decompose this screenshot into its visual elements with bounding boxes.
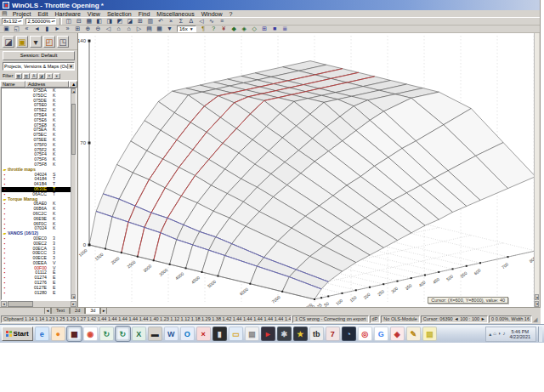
frame-right-icon[interactable]: ◨ (105, 18, 114, 26)
open-project-drop-icon[interactable]: ▾ (30, 36, 42, 48)
taskbar-player-icon[interactable]: ► (261, 327, 275, 341)
tray-icon-1[interactable]: ⌂ (493, 331, 496, 337)
hex-view-icon[interactable]: ▥ (145, 18, 155, 26)
checksum-icon[interactable]: ¥ (219, 26, 229, 33)
taskbar-word-icon[interactable]: W (164, 327, 178, 341)
map-size-spinner[interactable]: 8x132 ▴▾ (2, 18, 23, 25)
taskbar-sync-icon[interactable]: ↻ (99, 327, 114, 341)
bars-mode-icon[interactable]: ≣ (280, 26, 290, 33)
list-hscrollbar[interactable]: ◄ ► (1, 300, 76, 307)
open-map-icon[interactable]: ▣ (2, 26, 11, 33)
taskbar-explorer-icon[interactable]: ▭ (229, 327, 243, 341)
chart-compare-icon[interactable]: ◆ (230, 26, 239, 33)
columns-icon[interactable]: ≡ (217, 18, 226, 26)
filter-button[interactable]: × (46, 73, 53, 79)
nav-last-icon[interactable]: » (63, 26, 72, 33)
frame-all-icon[interactable]: ⊞ (135, 18, 144, 26)
home-icon[interactable]: ⌂ (114, 26, 123, 33)
step-right-icon[interactable]: ▷ (134, 26, 144, 33)
map-scrollbar[interactable]: ▲ ▼ (534, 33, 539, 307)
chart-diff-icon[interactable]: ◈ (240, 26, 249, 33)
scrollbar-thumb[interactable] (8, 301, 33, 307)
spinner-arrows-icon[interactable]: ▴▾ (18, 20, 21, 23)
taskbar-g-icon[interactable]: G (374, 327, 388, 341)
frame-top-icon[interactable]: ◩ (115, 18, 124, 26)
show-desktop-button[interactable] (538, 327, 542, 342)
taskbar-thunderbird-icon[interactable]: tb (309, 327, 324, 341)
view-3d-icon[interactable]: ▦ (155, 26, 164, 33)
grid-mode-icon[interactable]: ⊞ (73, 26, 82, 33)
taskbar-excel-icon[interactable]: X (132, 327, 146, 341)
tray-icon-3[interactable]: ♪ (503, 331, 506, 337)
taskbar-ie-icon[interactable]: e (35, 327, 49, 341)
delta-icon[interactable]: Δ (186, 18, 196, 26)
nav-prev-icon[interactable]: ◄ (32, 26, 42, 33)
taskbar-sticky-icon[interactable]: ▤ (422, 327, 437, 341)
taskbar-outlook-icon[interactable]: O (180, 327, 195, 341)
sort-icon[interactable]: ▲ (69, 81, 77, 88)
zoom-in-icon[interactable]: ⊕ (83, 26, 93, 33)
menu-window[interactable]: Window (198, 11, 226, 17)
window-new-icon[interactable]: ◱ (12, 26, 21, 33)
column-name[interactable]: Name (0, 81, 26, 88)
sum-icon[interactable]: Σ (176, 18, 185, 26)
taskbar-close-app-icon[interactable]: × (196, 327, 211, 341)
taskbar-terminal-icon[interactable]: ▮ (212, 327, 227, 341)
tray-icon-2[interactable]: ◗ (498, 331, 502, 337)
start-button[interactable]: Start (2, 327, 33, 341)
zoom-spinner[interactable]: 2,50000% ▴▾ (26, 18, 56, 25)
scroll-down-icon[interactable]: ▼ (71, 294, 76, 299)
taskbar-remote-icon[interactable]: ◈ (390, 327, 405, 341)
window-grid-combo[interactable]: 16x ▼ (177, 26, 196, 32)
scroll-up-icon[interactable]: ▲ (535, 294, 539, 300)
nav-next-icon[interactable]: ► (53, 26, 62, 33)
taskbar-chrome-icon[interactable]: ◉ (83, 327, 98, 341)
open-project-icon[interactable]: ▣ (16, 36, 28, 48)
menu-find[interactable]: Find (135, 11, 154, 17)
menu-hardware[interactable]: Hardware (51, 11, 83, 17)
step-left-icon[interactable]: ◁ (104, 26, 113, 33)
spinner-arrows-icon[interactable]: ▴▾ (51, 20, 54, 23)
menu-selection[interactable]: Selection (104, 11, 135, 17)
taskbar-7zip-icon[interactable]: 7 (326, 327, 340, 341)
fill-mode-icon[interactable]: ■ (270, 26, 280, 33)
scrollbar-thumb[interactable] (71, 104, 76, 155)
session-button[interactable]: Session: Default (3, 51, 75, 60)
title-bar[interactable]: WinOLS - Throttle Opening * (0, 0, 540, 10)
project-properties-icon[interactable]: ◪ (3, 36, 14, 48)
taskbar-photo-icon[interactable]: ★ (293, 327, 308, 341)
nav-stop-icon[interactable]: ▮ (42, 26, 52, 33)
origin-icon[interactable]: ⌂ (124, 26, 133, 33)
taskbar-sync-alt-icon[interactable]: ↻ (116, 327, 130, 341)
window-split-vertical-icon[interactable]: ◫ (64, 18, 73, 26)
resize-grip[interactable]: ◢ (533, 315, 540, 323)
what-is-icon[interactable]: ? (209, 26, 218, 33)
delete-icon[interactable]: × (166, 18, 175, 26)
filter-button[interactable]: A (31, 73, 37, 79)
import-file-icon[interactable]: ◰ (43, 36, 55, 48)
filter-button[interactable]: ▦ (15, 73, 22, 79)
play-back-icon[interactable]: ◁ (196, 18, 206, 26)
view-3d-drop-icon[interactable]: ▼ (165, 26, 174, 33)
taskbar-opera-icon[interactable]: ◎ (358, 327, 372, 341)
map-3d-view[interactable]: 0701400255010015020025030035040045050055… (78, 33, 539, 307)
filter-button[interactable]: ◪ (38, 73, 45, 79)
window-split-horizontal-icon[interactable]: ⊟ (74, 18, 83, 26)
scroll-down-icon[interactable]: ▼ (535, 301, 539, 307)
frame-bottom-icon[interactable]: ◪ (125, 18, 134, 26)
menu-help[interactable]: ? (226, 11, 236, 17)
filter-button[interactable]: ▥ (23, 73, 30, 79)
scroll-up-icon[interactable]: ▲ (71, 88, 76, 94)
taskbar-wrench-icon[interactable]: ✎ (406, 327, 421, 341)
throttle-surface-chart[interactable]: 0701400255010015020025030035040045050055… (78, 33, 539, 307)
frame-left-icon[interactable]: ◧ (94, 18, 104, 26)
taskbar-book-icon[interactable]: ▬ (148, 327, 162, 341)
taskbar-notes-icon[interactable]: ▤ (245, 327, 259, 341)
tray-icon-0[interactable]: ▴ (489, 331, 491, 337)
taskbar-winols-icon[interactable]: ▦ (67, 327, 82, 341)
scroll-right-icon[interactable]: ► (71, 301, 76, 307)
zoom-out-icon[interactable]: ⊖ (94, 26, 103, 33)
undo-icon[interactable]: ↶ (156, 18, 165, 26)
filter-button[interactable]: ▾ (54, 73, 60, 79)
menu-view[interactable]: View (84, 11, 104, 17)
